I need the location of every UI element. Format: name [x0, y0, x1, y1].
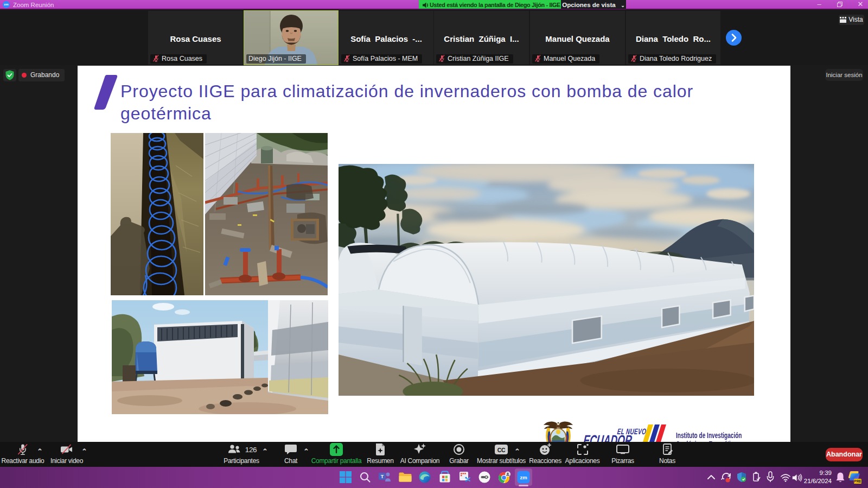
svg-text:T: T	[381, 474, 384, 479]
svg-text:PRE: PRE	[854, 479, 861, 483]
svg-text:CC: CC	[497, 447, 506, 453]
svg-text:zm: zm	[520, 474, 527, 480]
